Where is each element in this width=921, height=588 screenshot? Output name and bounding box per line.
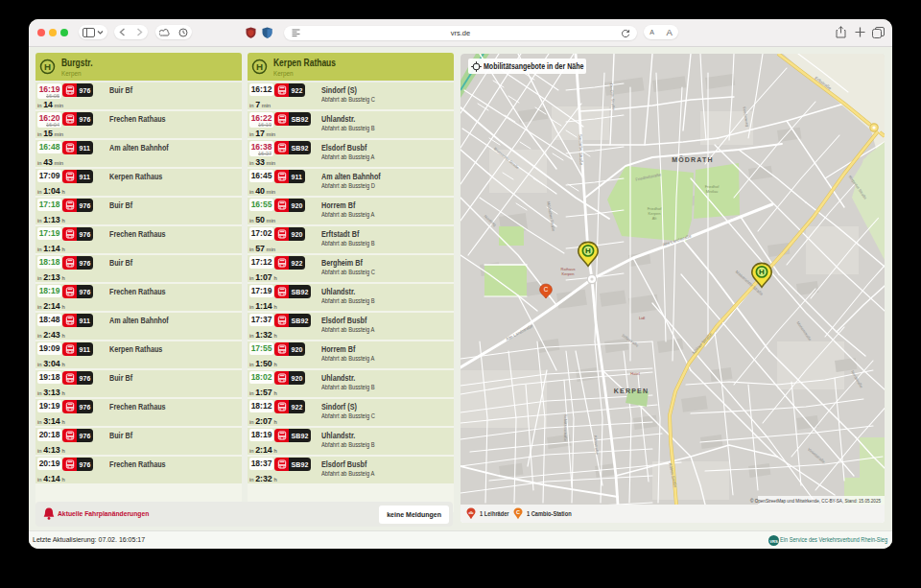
- svg-text:H: H: [44, 61, 51, 72]
- svg-text:Schützenstraße: Schützenstraße: [563, 414, 568, 442]
- svg-text:H: H: [256, 61, 263, 72]
- svg-text:Hotel: Hotel: [630, 371, 639, 376]
- svg-text:C: C: [544, 286, 549, 293]
- svg-text:db: db: [469, 510, 474, 515]
- svg-text:KERPEN: KERPEN: [614, 388, 649, 394]
- svg-text:Lidl: Lidl: [639, 316, 645, 320]
- svg-text:FriedhofMistlau: FriedhofMistlau: [705, 184, 720, 194]
- svg-text:RathausKerpen: RathausKerpen: [561, 267, 576, 276]
- svg-text:© OpenStreetMap und Mitwirkend: © OpenStreetMap und Mitwirkende, CC-BY-S…: [750, 498, 881, 504]
- svg-text:C: C: [516, 509, 520, 515]
- svg-text:H: H: [759, 268, 765, 276]
- svg-text:MÖDRATH: MÖDRATH: [672, 155, 714, 163]
- svg-text:H: H: [585, 247, 591, 255]
- svg-text:VRS: VRS: [769, 539, 778, 544]
